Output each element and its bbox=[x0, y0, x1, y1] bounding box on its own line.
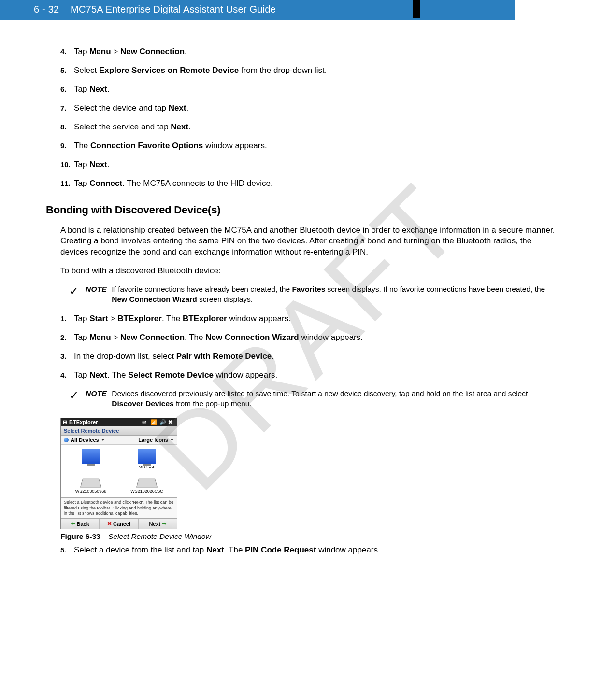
page-number: 6 - 32 bbox=[34, 4, 59, 14]
figure-caption: Figure 6-33 Select Remote Device Window bbox=[60, 532, 558, 541]
list-text: Select Explore Services on Remote Device… bbox=[74, 65, 558, 76]
chevron-down-icon bbox=[101, 439, 105, 441]
close-icon[interactable]: ✖ bbox=[168, 419, 175, 425]
button-bar: ⬅ Back ✖ Cancel Next ➡ bbox=[61, 518, 177, 529]
computer-icon bbox=[82, 449, 100, 464]
list-number: 11. bbox=[60, 178, 74, 189]
speaker-icon[interactable]: 🔊 bbox=[159, 419, 166, 425]
computer-icon bbox=[138, 449, 156, 464]
ordered-list-2: 1.Tap Start > BTExplorer. The BTExplorer… bbox=[60, 313, 558, 381]
device-label: WS2103050968 bbox=[75, 489, 107, 494]
list-item: 11.Tap Connect. The MC75A connects to th… bbox=[60, 178, 558, 189]
cancel-label: Cancel bbox=[113, 521, 130, 527]
list-item: 4.Tap Next. The Select Remote Device win… bbox=[60, 370, 558, 381]
list-text: Tap Menu > New Connection. The New Conne… bbox=[74, 332, 558, 343]
back-label: Back bbox=[77, 521, 89, 527]
window-title: BTExplorer bbox=[69, 419, 98, 425]
list-item: 8.Select the service and tap Next. bbox=[60, 122, 558, 133]
list-text: In the drop-down list, select Pair with … bbox=[74, 351, 558, 362]
cancel-button[interactable]: ✖ Cancel bbox=[100, 519, 138, 529]
info-panel: Select a Bluetooth device and click 'Nex… bbox=[61, 497, 177, 518]
list-number: 3. bbox=[60, 351, 74, 362]
back-button[interactable]: ⬅ Back bbox=[61, 519, 100, 529]
signal-icon[interactable]: 📶 bbox=[151, 419, 158, 425]
list-number: 5. bbox=[60, 545, 74, 556]
figure-title: Select Remote Device Window bbox=[108, 532, 211, 540]
device-item[interactable] bbox=[65, 449, 117, 470]
list-number: 6. bbox=[60, 84, 74, 95]
list-number: 2. bbox=[60, 332, 74, 343]
laptop-icon bbox=[136, 478, 158, 487]
list-text: Select the device and tap Next. bbox=[74, 103, 558, 114]
chevron-down-icon bbox=[170, 439, 174, 441]
btexplorer-window: ⊞ BTExplorer ⇌ 📶 🔊 ✖ Select Remote Devic… bbox=[60, 418, 177, 530]
figure-label: Figure 6-33 bbox=[60, 532, 100, 540]
list-item: 9.The Connection Favorite Options window… bbox=[60, 141, 558, 152]
list-text: Tap Connect. The MC75A connects to the H… bbox=[74, 178, 558, 189]
connectivity-icon[interactable]: ⇌ bbox=[142, 419, 149, 425]
list-number: 5. bbox=[60, 65, 74, 76]
note-text: Devices discovered previously are listed… bbox=[112, 389, 558, 409]
device-label: MC75A0 bbox=[138, 465, 155, 470]
filter-label: All Devices bbox=[71, 437, 99, 443]
device-grid[interactable]: MC75A0WS2103050968WS2102026C6C bbox=[61, 445, 177, 498]
laptop-icon bbox=[80, 478, 101, 487]
next-arrow-icon: ➡ bbox=[162, 521, 166, 527]
filter-dropdown[interactable]: All Devices bbox=[64, 437, 105, 443]
list-item: 10.Tap Next. bbox=[60, 159, 558, 170]
ordered-list-3: 5.Select a device from the list and tap … bbox=[60, 545, 558, 556]
device-item[interactable]: WS2102026C6C bbox=[121, 473, 173, 494]
list-item: 5.Select Explore Services on Remote Devi… bbox=[60, 65, 558, 76]
list-item: 4.Tap Menu > New Connection. bbox=[60, 46, 558, 57]
section-heading: Bonding with Discovered Device(s) bbox=[46, 204, 558, 216]
titlebar: ⊞ BTExplorer ⇌ 📶 🔊 ✖ bbox=[61, 418, 177, 426]
list-number: 9. bbox=[60, 141, 74, 152]
list-number: 4. bbox=[60, 46, 74, 57]
list-number: 1. bbox=[60, 313, 74, 325]
back-arrow-icon: ⬅ bbox=[71, 521, 75, 527]
list-text: Tap Next. bbox=[74, 84, 558, 95]
header-tab-mark bbox=[413, 0, 420, 18]
ordered-list-1: 4.Tap Menu > New Connection.5.Select Exp… bbox=[60, 46, 558, 189]
next-label: Next bbox=[149, 521, 160, 527]
list-number: 4. bbox=[60, 370, 74, 381]
list-text: Select the service and tap Next. bbox=[74, 122, 558, 133]
device-item[interactable]: MC75A0 bbox=[121, 449, 173, 470]
toolbar: All Devices Large Icons bbox=[61, 436, 177, 445]
note-label: NOTE bbox=[86, 389, 107, 409]
list-text: Tap Next. The Select Remote Device windo… bbox=[74, 370, 558, 381]
page-header: 6 - 32 MC75A Enterprise Digital Assistan… bbox=[0, 0, 515, 20]
note-text: If favorite connections have already bee… bbox=[112, 284, 558, 305]
bluetooth-icon bbox=[64, 438, 69, 442]
next-button[interactable]: Next ➡ bbox=[139, 519, 177, 529]
paragraph-bond-intro: To bond with a discovered Bluetooth devi… bbox=[60, 266, 558, 277]
windows-start-icon[interactable]: ⊞ bbox=[63, 419, 67, 425]
list-text: Tap Start > BTExplorer. The BTExplorer w… bbox=[74, 313, 558, 325]
cancel-x-icon: ✖ bbox=[107, 521, 112, 527]
check-icon: ✓ bbox=[69, 285, 86, 306]
list-number: 7. bbox=[60, 103, 74, 114]
check-icon: ✓ bbox=[69, 390, 86, 410]
list-number: 10. bbox=[60, 159, 74, 170]
list-item: 6.Tap Next. bbox=[60, 84, 558, 95]
page: DRAFT 6 - 32 MC75A Enterprise Digital As… bbox=[0, 0, 616, 679]
list-number: 8. bbox=[60, 122, 74, 133]
list-item: 1.Tap Start > BTExplorer. The BTExplorer… bbox=[60, 313, 558, 325]
list-text: Tap Next. bbox=[74, 159, 558, 170]
note-label: NOTE bbox=[86, 284, 107, 305]
device-label: WS2102026C6C bbox=[130, 489, 163, 494]
list-item: 3.In the drop-down list, select Pair wit… bbox=[60, 351, 558, 362]
note-discover: ✓ NOTE Devices discovered previously are… bbox=[69, 389, 558, 409]
list-text: The Connection Favorite Options window a… bbox=[74, 141, 558, 152]
view-label: Large Icons bbox=[138, 437, 168, 443]
device-item[interactable]: WS2103050968 bbox=[65, 473, 117, 494]
view-dropdown[interactable]: Large Icons bbox=[138, 437, 174, 443]
list-item: 2.Tap Menu > New Connection. The New Con… bbox=[60, 332, 558, 343]
list-item: 5.Select a device from the list and tap … bbox=[60, 545, 558, 556]
note-favorites: ✓ NOTE If favorite connections have alre… bbox=[69, 284, 558, 305]
page-content: 4.Tap Menu > New Connection.5.Select Exp… bbox=[0, 20, 616, 556]
paragraph-bond-desc: A bond is a relationship created between… bbox=[60, 225, 558, 258]
figure-btexplorer: ⊞ BTExplorer ⇌ 📶 🔊 ✖ Select Remote Devic… bbox=[60, 418, 558, 541]
window-subheader: Select Remote Device bbox=[61, 426, 177, 436]
list-text: Select a device from the list and tap Ne… bbox=[74, 545, 558, 556]
